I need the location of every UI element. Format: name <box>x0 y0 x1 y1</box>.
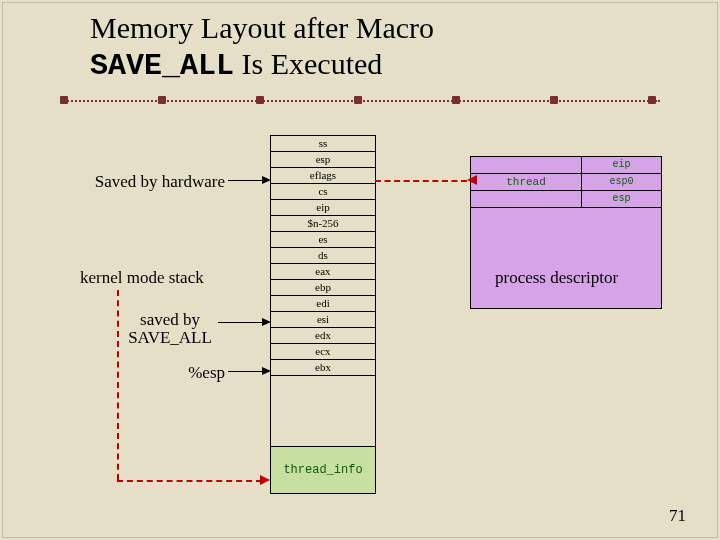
divider-dot <box>60 96 68 104</box>
stack-row: $n-256 <box>271 216 375 232</box>
divider-dot <box>158 96 166 104</box>
arrowhead-icon <box>260 475 270 485</box>
stack-row: es <box>271 232 375 248</box>
divider-dot <box>354 96 362 104</box>
title-rest: Is Executed <box>234 47 382 80</box>
arrowhead-icon <box>467 175 477 185</box>
slide-title: Memory Layout after Macro SAVE_ALL Is Ex… <box>90 10 434 84</box>
label-kernel-mode-stack: kernel mode stack <box>80 268 204 288</box>
stack-row: cs <box>271 184 375 200</box>
arrowhead-icon <box>262 367 271 375</box>
stack-row: ebp <box>271 280 375 296</box>
stack-row: esi <box>271 312 375 328</box>
pd-row: thread esp0 <box>471 174 661 191</box>
divider-dot <box>648 96 656 104</box>
pd-left <box>471 157 582 173</box>
stack-row: edx <box>271 328 375 344</box>
pd-right: eip <box>582 157 661 173</box>
divider-dot <box>550 96 558 104</box>
stack-row: eip <box>271 200 375 216</box>
stack-row: eflags <box>271 168 375 184</box>
stack-row: ss <box>271 136 375 152</box>
pd-right: esp0 <box>582 174 661 190</box>
stack-row: ds <box>271 248 375 264</box>
arrowhead-icon <box>262 318 271 326</box>
label-process-descriptor: process descriptor <box>495 268 618 288</box>
arrowhead-icon <box>262 176 271 184</box>
stack-box: ss esp eflags cs eip $n-256 es ds eax eb… <box>270 135 376 494</box>
thread-info-cell: thread_info <box>271 447 375 493</box>
title-macro: SAVE_ALL <box>90 49 234 83</box>
stack-gap <box>271 376 375 447</box>
pd-left <box>471 191 582 207</box>
pd-left: thread <box>471 174 582 190</box>
arrow-hw-to-stack <box>228 180 266 181</box>
stack-row: ecx <box>271 344 375 360</box>
pd-row: esp <box>471 191 661 208</box>
pd-right: esp <box>582 191 661 207</box>
label-saved-by: saved by <box>125 310 215 330</box>
divider-dot <box>452 96 460 104</box>
pd-body <box>471 208 661 308</box>
label-esp-pointer: %esp <box>170 363 225 383</box>
title-line1: Memory Layout after Macro <box>90 11 434 44</box>
divider-dot <box>256 96 264 104</box>
stack-row: eax <box>271 264 375 280</box>
stack-row: esp <box>271 152 375 168</box>
dashed-link-stack-vert <box>117 290 119 480</box>
label-save-all: SAVE_ALL <box>125 328 215 348</box>
stack-row: edi <box>271 296 375 312</box>
slide-number: 71 <box>669 506 686 526</box>
arrow-saveall-to-stack <box>218 322 266 323</box>
pd-row: eip <box>471 157 661 174</box>
dashed-link-thread-to-stack <box>375 180 467 182</box>
stack-row: ebx <box>271 360 375 376</box>
arrow-esp-pointer <box>228 371 266 372</box>
label-saved-by-hardware: Saved by hardware <box>70 172 225 192</box>
dashed-link-stack-horiz <box>117 480 262 482</box>
